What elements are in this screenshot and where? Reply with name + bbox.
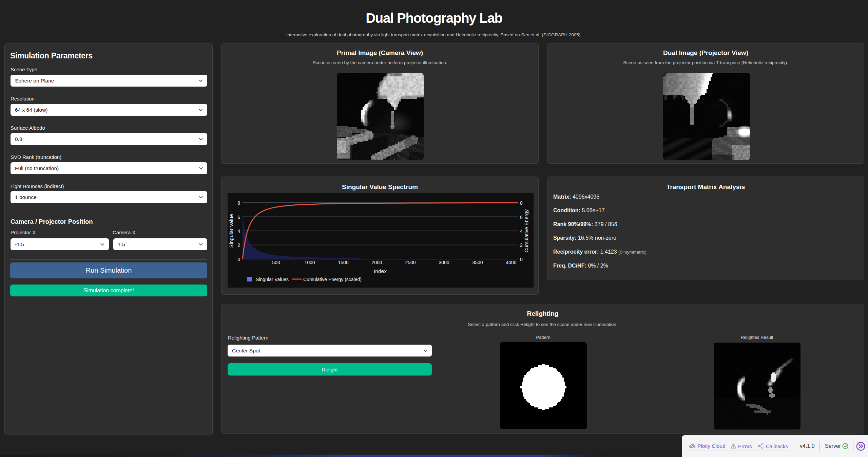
- svg-text:0: 0: [237, 257, 240, 262]
- svg-text:6: 6: [237, 215, 240, 220]
- svg-text:500: 500: [272, 260, 280, 265]
- svg-text:8: 8: [520, 200, 523, 206]
- svg-text:3500: 3500: [472, 260, 483, 265]
- svg-text:1500: 1500: [338, 260, 348, 265]
- svg-text:8: 8: [237, 200, 240, 206]
- svg-text:4000: 4000: [506, 260, 516, 265]
- svg-text:Singular Value: Singular Value: [228, 214, 234, 248]
- svg-text:Cumulative Energy: Cumulative Energy: [523, 209, 529, 252]
- svg-text:6: 6: [520, 215, 523, 220]
- svg-text:Cumulative Energy (scaled): Cumulative Energy (scaled): [303, 277, 362, 282]
- svg-text:1000: 1000: [304, 260, 315, 265]
- svg-text:2: 2: [520, 242, 523, 248]
- svg-text:2000: 2000: [371, 260, 382, 265]
- svg-text:3000: 3000: [439, 260, 449, 265]
- svg-text:4: 4: [237, 228, 240, 234]
- svg-text:0: 0: [520, 257, 523, 262]
- svg-text:Index: Index: [374, 268, 387, 274]
- svg-text:4: 4: [520, 228, 523, 234]
- svg-text:2: 2: [237, 242, 240, 248]
- svg-text:Singular Values: Singular Values: [256, 277, 289, 282]
- svg-text:2500: 2500: [405, 260, 416, 265]
